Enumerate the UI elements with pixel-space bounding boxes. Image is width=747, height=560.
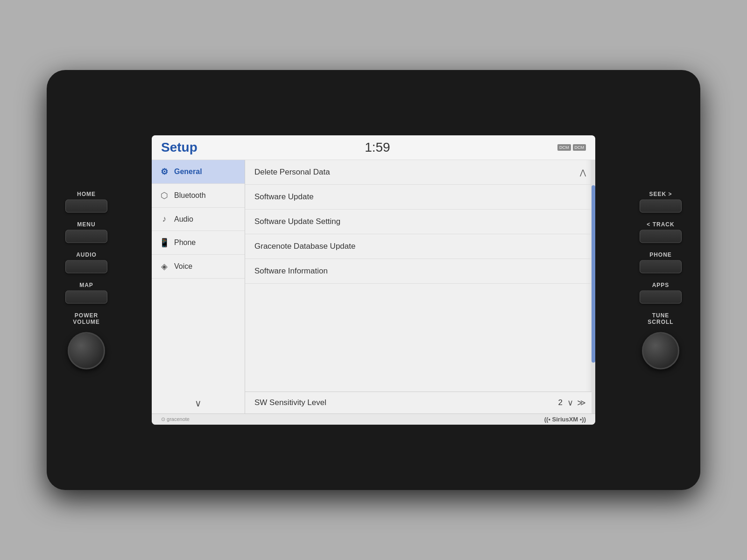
content-item-delete-personal-data[interactable]: Delete Personal Data ⋀	[245, 160, 595, 185]
nav-item-general[interactable]: ⚙ General	[152, 160, 245, 184]
left-buttons: HOME MENU AUDIO MAP POWER VOLUME	[65, 191, 107, 370]
seek-button[interactable]: SEEK >	[640, 191, 682, 213]
nav-panel: ⚙ General ⬡ Bluetooth ♪ Audio 📱 Phone ◈	[152, 160, 245, 413]
voice-icon: ◈	[159, 261, 169, 272]
car-panel: HOME MENU AUDIO MAP POWER VOLUME Setup 1…	[47, 70, 700, 490]
nav-label-general: General	[174, 168, 202, 176]
menu-button[interactable]: MENU	[65, 221, 107, 243]
content-item-label-software-update: Software Update	[254, 192, 586, 202]
sw-sensitivity-controls: ∨ ≫	[567, 398, 586, 408]
screen-title: Setup	[161, 140, 197, 155]
content-panel: Delete Personal Data ⋀ Software Update S…	[245, 160, 595, 413]
nav-item-phone[interactable]: 📱 Phone	[152, 231, 245, 255]
content-item-label-software-update-setting: Software Update Setting	[254, 217, 586, 226]
phone-icon: 📱	[159, 238, 169, 248]
content-item-gracenote-update[interactable]: Gracenote Database Update	[245, 234, 595, 259]
nav-item-audio[interactable]: ♪ Audio	[152, 208, 245, 231]
sw-sensitivity-row[interactable]: SW Sensitivity Level 2 ∨ ≫	[245, 392, 595, 413]
sw-sensitivity-label: SW Sensitivity Level	[254, 398, 558, 407]
content-item-software-update-setting[interactable]: Software Update Setting	[245, 210, 595, 234]
bluetooth-icon: ⬡	[159, 190, 169, 201]
chevron-up-icon: ⋀	[580, 168, 586, 177]
screen-icons: DCM DCM	[557, 144, 586, 151]
siriusxm-logo: ((• SiriusXM •))	[544, 416, 586, 423]
content-item-software-information[interactable]: Software Information	[245, 259, 595, 284]
power-knob[interactable]	[68, 332, 105, 370]
home-button[interactable]: HOME	[65, 191, 107, 213]
tune-knob[interactable]	[642, 332, 679, 370]
screen-header: Setup 1:59 DCM DCM	[152, 135, 595, 160]
nav-label-bluetooth: Bluetooth	[174, 191, 206, 200]
nav-item-bluetooth[interactable]: ⬡ Bluetooth	[152, 184, 245, 208]
nav-item-voice[interactable]: ◈ Voice	[152, 255, 245, 279]
power-volume-button[interactable]: POWER VOLUME	[68, 312, 105, 370]
audio-icon: ♪	[159, 214, 169, 224]
content-item-label-delete: Delete Personal Data	[254, 168, 580, 177]
nav-label-audio: Audio	[174, 215, 193, 224]
infotainment-screen: Setup 1:59 DCM DCM ⚙ General ⬡ Bluetooth	[152, 135, 595, 425]
screen-time: 1:59	[365, 140, 390, 155]
content-item-label-software-info: Software Information	[254, 266, 586, 276]
sw-sensitivity-value: 2	[558, 398, 563, 407]
nav-label-voice: Voice	[174, 262, 192, 271]
scroll-thumb[interactable]	[592, 185, 595, 363]
gracenote-logo: ⊙ gracenote	[161, 416, 190, 422]
dcm-badge-1: DCM	[557, 144, 571, 151]
apps-button[interactable]: APPS	[640, 282, 682, 304]
dcm-badge-2: DCM	[573, 144, 586, 151]
right-buttons: SEEK > < TRACK PHONE APPS TUNE SCROLL	[640, 191, 682, 370]
sw-sensitivity-double-down[interactable]: ≫	[577, 398, 586, 408]
tune-scroll-button[interactable]: TUNE SCROLL	[642, 312, 679, 370]
screen-body: ⚙ General ⬡ Bluetooth ♪ Audio 📱 Phone ◈	[152, 160, 595, 413]
screen-branding: ⊙ gracenote ((• SiriusXM •))	[152, 413, 595, 425]
phone-button[interactable]: PHONE	[640, 252, 682, 273]
gear-icon: ⚙	[159, 167, 169, 177]
content-item-software-update[interactable]: Software Update	[245, 185, 595, 210]
audio-button[interactable]: AUDIO	[65, 252, 107, 273]
scroll-bar[interactable]	[592, 160, 595, 413]
nav-label-phone: Phone	[174, 238, 196, 247]
content-item-label-gracenote: Gracenote Database Update	[254, 242, 586, 251]
nav-down-arrow[interactable]: ∨	[152, 393, 245, 413]
map-button[interactable]: MAP	[65, 282, 107, 304]
sw-sensitivity-down-arrow[interactable]: ∨	[567, 398, 573, 408]
track-button[interactable]: < TRACK	[640, 221, 682, 243]
